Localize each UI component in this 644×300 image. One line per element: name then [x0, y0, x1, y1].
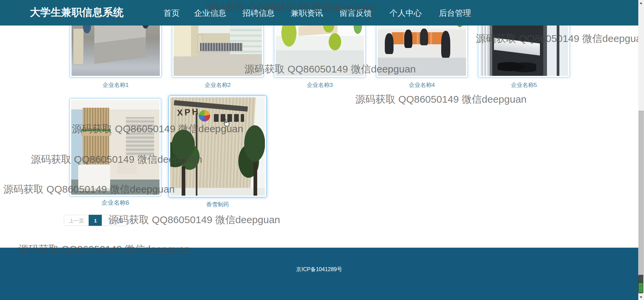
watermark-text: 源码获取 QQ86050149 微信deepguan: [109, 213, 280, 227]
company-link-3[interactable]: 企业名称3: [274, 81, 366, 89]
photo-shape: [494, 38, 540, 56]
photo-shape: [214, 114, 244, 122]
pagination-next-button[interactable]: 下一页: [102, 215, 128, 226]
pinwheel-logo-icon: [199, 110, 210, 121]
pagination-current-page[interactable]: 1: [89, 215, 102, 226]
company-link-4[interactable]: 企业名称4: [376, 81, 468, 89]
photo-shape: [392, 32, 443, 44]
nav-item-home[interactable]: 首页: [164, 8, 180, 18]
photo-shape: [254, 162, 257, 196]
photo-shape: [81, 131, 111, 136]
company-card-6[interactable]: [70, 98, 161, 196]
widget-stripes-green: [639, 283, 643, 293]
scrollbar-up-arrow-icon[interactable]: [638, 0, 644, 6]
watermark-text: 源码获取 QQ86050149 微信deepguan: [355, 93, 526, 106]
photo-shape: [327, 31, 343, 53]
company-link-1[interactable]: 企业名称1: [70, 81, 162, 89]
photo-shape: [170, 125, 206, 174]
nav-item-admin[interactable]: 后台管理: [439, 8, 471, 18]
company-photo-6: [71, 100, 159, 195]
company-photo-7: XPH: [170, 97, 265, 196]
page-footer: 京ICP备1041289号: [0, 248, 638, 300]
photo-shape: [200, 43, 242, 51]
nav-item-personal-center[interactable]: 个人中心: [389, 8, 422, 18]
widget-stripes-grey: [639, 276, 643, 282]
photo-shape: [385, 33, 394, 54]
top-navbar: 大学生兼职信息系统 首页 企业信息 招聘信息 兼职资讯 留言反馈 个人中心 后台…: [0, 0, 638, 26]
photo-shape: [73, 29, 84, 64]
nav-item-recruit-info[interactable]: 招聘信息: [242, 8, 275, 18]
company-card-7[interactable]: XPH: [169, 96, 267, 197]
photo-shape: [420, 29, 428, 46]
photo-shape: [279, 23, 299, 50]
nav-item-enterprise-info[interactable]: 企业信息: [194, 8, 226, 18]
overlay-widget-icon: [638, 275, 643, 293]
photo-shape: [94, 19, 146, 64]
photo-shape: [78, 164, 110, 191]
company-link-2[interactable]: 企业名称2: [172, 81, 264, 89]
company-link-6[interactable]: 企业名称6: [70, 199, 161, 207]
pagination-prev-button[interactable]: 上一页: [64, 215, 89, 226]
company-link-7[interactable]: 香雪制药: [169, 201, 267, 208]
photo-shape: [117, 161, 137, 174]
photo-shape: [498, 59, 537, 74]
photo-shape: [404, 30, 412, 48]
vertical-scrollbar[interactable]: [638, 0, 644, 300]
scrollbar-thumb[interactable]: [639, 111, 644, 276]
photo-shape: [233, 123, 265, 182]
nav-item-parttime-news[interactable]: 兼职资讯: [291, 8, 323, 18]
nav-item-feedback[interactable]: 留言反馈: [339, 8, 372, 18]
photo-shape: [83, 108, 109, 170]
company-link-5[interactable]: 企业名称5: [478, 81, 570, 89]
scrollbar-down-arrow-icon[interactable]: [638, 294, 644, 300]
photo-shape: [441, 31, 450, 58]
pagination: 上一页 1 下一页: [64, 215, 128, 226]
icp-record-text: 京ICP备1041289号: [0, 266, 638, 273]
photo-shape: [126, 117, 154, 157]
photo-shape: [182, 166, 185, 196]
site-brand[interactable]: 大学生兼职信息系统: [30, 5, 124, 19]
